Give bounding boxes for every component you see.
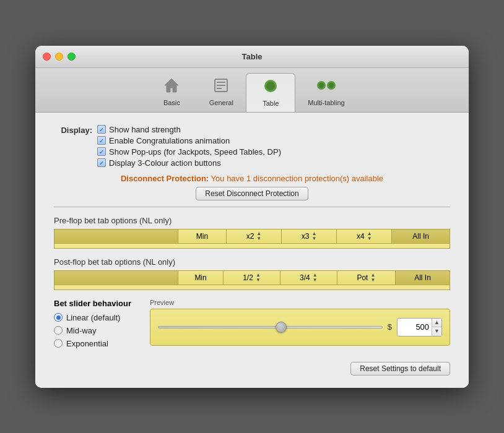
radio-exponential-label: Exponential [66, 339, 108, 348]
dollar-sign: $ [388, 322, 392, 332]
postflop-empty-cell [54, 285, 450, 289]
radio-midway-btn[interactable] [54, 326, 63, 335]
radio-midway-label: Mid-way [66, 326, 96, 335]
amount-up[interactable]: ▲ [432, 319, 441, 328]
check-row-2: ✓ Show Pop-ups (for Jackpots, Speed Tabl… [97, 147, 281, 156]
postflop-col-half: 1/2 ▲▼ [224, 270, 280, 285]
svg-rect-2 [217, 82, 225, 83]
preflop-col-x3: x3 ▲▼ [282, 229, 337, 243]
display-checkboxes: ✓ Show hand strength ✓ Enable Congratula… [97, 125, 281, 168]
content-area: Display: ✓ Show hand strength ✓ Enable C… [35, 113, 469, 388]
disconnect-message: You have 1 disconnection protection(s) a… [211, 174, 383, 183]
radio-linear-btn[interactable] [54, 313, 63, 322]
window-title: Table [242, 52, 263, 61]
main-window: Table Basic General [35, 46, 469, 388]
check-label-2: Show Pop-ups (for Jackpots, Speed Tables… [109, 147, 281, 156]
preflop-col-min: Min [178, 229, 227, 243]
postflop-pot-stepper[interactable]: ▲▼ [370, 273, 375, 283]
postflop-3q-stepper[interactable]: ▲▼ [313, 273, 318, 283]
postflop-header-row: Min 1/2 ▲▼ 3/4 ▲▼ [54, 270, 450, 285]
radio-exponential: Exponential [54, 339, 131, 348]
check-row-1: ✓ Enable Congratulations animation [97, 136, 281, 145]
radio-exponential-btn[interactable] [54, 339, 63, 348]
preflop-empty-row [54, 243, 450, 248]
preflop-x4-stepper[interactable]: ▲▼ [367, 231, 372, 241]
svg-marker-0 [165, 79, 178, 92]
reset-settings-button[interactable]: Reset Settings to default [350, 362, 450, 375]
tab-multi-tabling-label: Multi-tabling [308, 99, 344, 106]
maximize-button[interactable] [67, 53, 76, 61]
postflop-col-pot: Pot ▲▼ [337, 270, 395, 285]
general-icon [212, 77, 230, 98]
radio-linear-label: Linear (default) [66, 313, 120, 322]
toolbar: Basic General Table [35, 68, 469, 113]
check-row-3: ✓ Display 3-Colour action buttons [97, 158, 281, 168]
basic-icon [163, 77, 180, 98]
multi-tabling-icon [315, 77, 337, 98]
table-icon [262, 77, 279, 98]
checkbox-colour-buttons[interactable]: ✓ [97, 158, 106, 167]
postflop-empty-row [54, 285, 450, 289]
radio-linear: Linear (default) [54, 313, 131, 322]
svg-point-8 [319, 82, 324, 88]
svg-rect-3 [217, 85, 225, 86]
preflop-x3-stepper[interactable]: ▲▼ [311, 231, 316, 241]
display-label: Display: [54, 126, 97, 135]
postflop-col-min: Min [178, 270, 224, 285]
reset-disconnect-container: Reset Disconnect Protection [54, 187, 450, 200]
checkbox-popups[interactable]: ✓ [97, 147, 106, 156]
reset-disconnect-button[interactable]: Reset Disconnect Protection [196, 187, 308, 200]
disconnect-label: Disconnect Protection: [121, 174, 209, 183]
amount-input-container: ▲ ▼ [397, 318, 442, 337]
amount-stepper: ▲ ▼ [432, 319, 441, 336]
svg-point-6 [266, 82, 275, 90]
minimize-button[interactable] [55, 53, 63, 61]
postflop-section: Post-flop bet tab options (NL only) Min … [54, 257, 450, 290]
preflop-label-cell [54, 229, 178, 243]
preflop-title: Pre-flop bet tab options (NL only) [54, 216, 450, 225]
tab-table[interactable]: Table [246, 73, 295, 112]
display-section: Display: ✓ Show hand strength ✓ Enable C… [54, 125, 450, 168]
amount-input[interactable] [398, 321, 432, 333]
preview-box: $ ▲ ▼ [150, 309, 450, 346]
tab-general-label: General [209, 99, 233, 106]
preflop-empty-cell [54, 243, 450, 248]
postflop-col-allin: All In [396, 270, 450, 285]
postflop-table: Min 1/2 ▲▼ 3/4 ▲▼ [54, 270, 450, 290]
checkbox-congrats[interactable]: ✓ [97, 136, 106, 145]
tab-basic[interactable]: Basic [147, 73, 196, 112]
slider-track[interactable] [158, 326, 383, 328]
postflop-half-stepper[interactable]: ▲▼ [256, 273, 261, 283]
window-controls [43, 53, 76, 61]
slider-thumb[interactable] [276, 322, 287, 333]
check-label-1: Enable Congratulations animation [109, 136, 230, 145]
tab-table-label: Table [263, 100, 279, 107]
bottom-bar: Reset Settings to default [54, 357, 450, 375]
check-row-0: ✓ Show hand strength [97, 125, 281, 134]
bet-slider-section: Bet slider behaviour Linear (default) Mi… [54, 299, 450, 348]
check-label-0: Show hand strength [109, 125, 181, 134]
disconnect-section: Disconnect Protection: You have 1 discon… [54, 174, 450, 183]
radio-midway: Mid-way [54, 326, 131, 335]
close-button[interactable] [43, 53, 51, 61]
preflop-col-x2: x2 ▲▼ [226, 229, 281, 243]
titlebar: Table [35, 46, 469, 68]
amount-down[interactable]: ▼ [432, 327, 441, 336]
divider-1 [54, 207, 450, 207]
preflop-x2-stepper[interactable]: ▲▼ [256, 231, 261, 241]
bet-slider-title: Bet slider behaviour [54, 299, 131, 308]
preview-label: Preview [150, 299, 450, 306]
preflop-header-row: Min x2 ▲▼ x3 ▲▼ [54, 229, 450, 243]
preflop-section: Pre-flop bet tab options (NL only) Min x… [54, 216, 450, 249]
preflop-table: Min x2 ▲▼ x3 ▲▼ [54, 229, 450, 249]
tab-multi-tabling[interactable]: Multi-tabling [295, 73, 357, 112]
postflop-col-3q: 3/4 ▲▼ [280, 270, 337, 285]
tab-general[interactable]: General [196, 73, 246, 112]
check-label-3: Display 3-Colour action buttons [109, 158, 221, 168]
tab-basic-label: Basic [163, 99, 180, 106]
slider-preview: Preview $ ▲ ▼ [150, 299, 450, 346]
postflop-label-cell [54, 270, 178, 285]
radio-group: Linear (default) Mid-way Exponential [54, 313, 131, 348]
postflop-title: Post-flop bet tab options (NL only) [54, 257, 450, 267]
checkbox-hand-strength[interactable]: ✓ [97, 125, 106, 134]
